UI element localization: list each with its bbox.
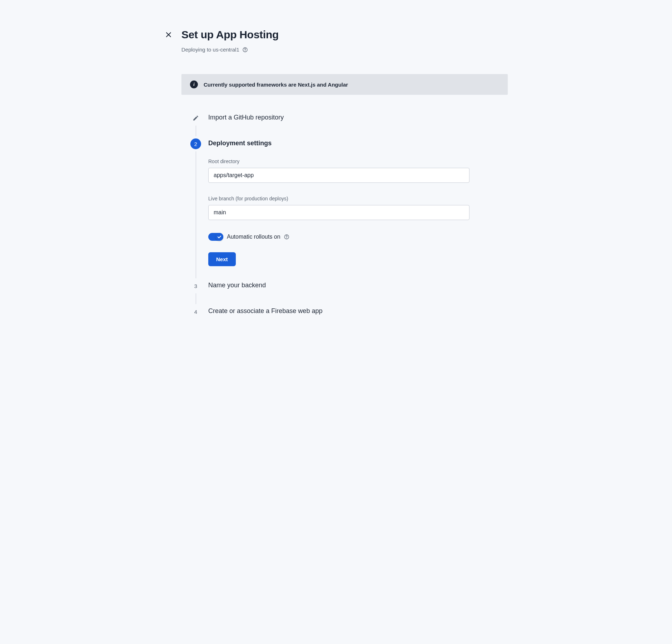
help-icon[interactable] (242, 47, 248, 53)
step-name-backend: 3 Name your backend (190, 280, 508, 306)
live-branch-input[interactable] (208, 205, 469, 220)
info-banner: i Currently supported frameworks are Nex… (181, 74, 508, 95)
step-firebase-app: 4 Create or associate a Firebase web app (190, 306, 508, 317)
step-1-title: Import a GitHub repository (208, 113, 508, 121)
step-2-title: Deployment settings (208, 138, 508, 147)
step-connector (196, 151, 196, 278)
root-directory-input[interactable] (208, 168, 469, 183)
step-4-title: Create or associate a Firebase web app (208, 306, 508, 315)
step-connector (196, 126, 196, 136)
step-2-badge: 2 (190, 138, 201, 149)
page-title: Set up App Hosting (181, 29, 279, 41)
step-import-repo: Import a GitHub repository (190, 113, 508, 138)
close-button[interactable] (164, 30, 173, 39)
svg-point-5 (287, 238, 287, 238)
auto-rollouts-toggle[interactable] (208, 233, 223, 241)
step-deployment-settings: 2 Deployment settings Root directory Liv… (190, 138, 508, 280)
auto-rollouts-label: Automatic rollouts on (227, 234, 280, 240)
deploy-region-label: Deploying to us-central1 (181, 47, 239, 53)
root-directory-label: Root directory (208, 158, 508, 164)
step-3-title: Name your backend (208, 280, 508, 289)
help-icon[interactable] (284, 234, 289, 240)
next-button[interactable]: Next (208, 252, 236, 266)
step-3-badge: 3 (190, 280, 201, 291)
step-connector (196, 293, 196, 304)
step-4-badge: 4 (190, 306, 201, 317)
svg-point-3 (245, 50, 245, 51)
info-icon: i (190, 80, 198, 88)
edit-icon[interactable] (190, 113, 201, 123)
info-banner-text: Currently supported frameworks are Next.… (204, 82, 348, 88)
live-branch-label: Live branch (for production deploys) (208, 196, 508, 201)
